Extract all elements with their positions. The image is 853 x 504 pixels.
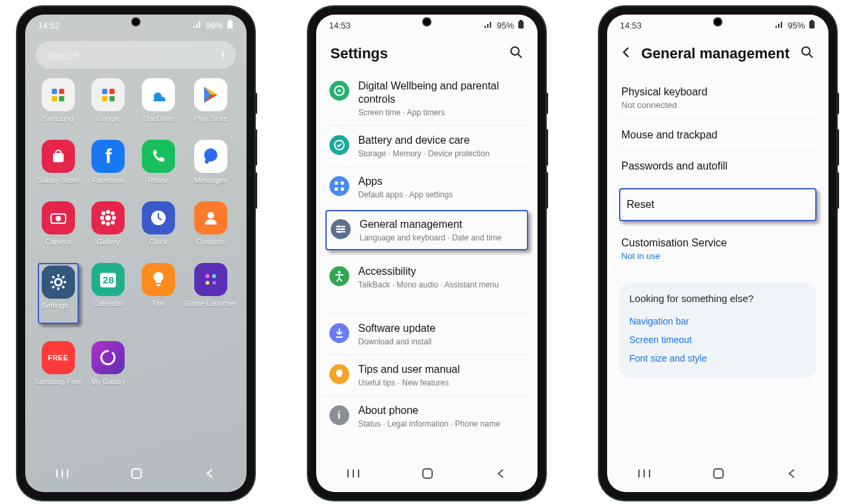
app-label: Phone — [148, 176, 169, 184]
search-input[interactable]: Search — [36, 41, 236, 69]
app-facebook[interactable]: f Facebook — [85, 140, 132, 184]
recents-button[interactable] — [347, 468, 360, 481]
settings-item-battery-and-device-care[interactable]: Battery and device care Storage · Memory… — [325, 125, 528, 166]
gm-item-reset[interactable]: Reset — [619, 188, 817, 221]
app-label: Messages — [194, 176, 227, 184]
battery-text: 96% — [205, 21, 223, 30]
svg-rect-41 — [809, 21, 815, 28]
settings-item-apps[interactable]: Apps Default apps · App settings — [325, 166, 528, 207]
app-galaxy-store[interactable]: Galaxy Store — [34, 140, 82, 184]
app-contacts[interactable]: Contacts — [185, 201, 237, 246]
app-icon-game-launcher — [194, 263, 227, 296]
recents-button[interactable] — [56, 468, 69, 481]
phone-home: 14:52 96% Search Samsung Google OneDrive — [17, 7, 255, 500]
app-label: Samsung Free — [34, 378, 82, 385]
list-item-subtitle: Download and install — [359, 337, 524, 346]
app-label: OneDrive — [143, 115, 174, 123]
settings-item-general-management[interactable]: General management Language and keyboard… — [325, 210, 528, 250]
volume-up — [255, 129, 257, 166]
settings-item-accessibility[interactable]: Accessibility TalkBack · Mono audio · As… — [325, 257, 528, 297]
svg-rect-33 — [341, 181, 344, 185]
settings-item-tips-and-user-manual[interactable]: Tips and user manual Useful tips · New f… — [325, 354, 528, 395]
svg-point-36 — [337, 225, 340, 228]
app-icon-messages — [194, 140, 227, 173]
back-button[interactable] — [496, 468, 506, 481]
gm-item-passwords-and-autofill[interactable]: Passwords and autofill — [619, 150, 817, 181]
app-icon-contacts — [194, 201, 227, 234]
search-icon[interactable] — [510, 46, 523, 62]
home-button[interactable] — [131, 468, 142, 482]
sliders-icon — [331, 219, 351, 239]
app-label: Gallery — [97, 238, 120, 246]
side-button — [837, 93, 839, 114]
home-screen: 14:52 96% Search Samsung Google OneDrive — [25, 15, 247, 492]
app-gallery[interactable]: Gallery — [85, 201, 132, 246]
home-button[interactable] — [712, 468, 724, 482]
settings-item-software-update[interactable]: Software update Download and install — [325, 313, 528, 354]
list-item-subtitle: Language and keyboard · Date and time — [360, 233, 523, 242]
svg-point-30 — [338, 89, 341, 92]
svg-rect-27 — [520, 20, 522, 21]
list-item-subtitle: TalkBack · Mono audio · Assistant menu — [359, 280, 524, 289]
list-item-title: About phone — [359, 404, 524, 417]
back-button[interactable] — [205, 468, 215, 481]
app-game-launcher[interactable]: Game Launcher — [185, 263, 237, 324]
a11y-icon — [329, 266, 349, 286]
app-label: My Galaxy — [91, 378, 125, 385]
app-samsung[interactable]: Samsung — [34, 78, 82, 123]
home-button[interactable] — [422, 468, 433, 482]
app-tips[interactable]: Tips — [135, 263, 182, 324]
app-label: Tips — [152, 299, 165, 307]
app-icon-phone — [142, 140, 175, 173]
app-icon-google — [91, 78, 125, 111]
svg-rect-44 — [714, 469, 723, 478]
phone-settings: 14:53 95% Settings Digital Wellbeing and… — [308, 7, 545, 500]
back-button[interactable] — [787, 468, 797, 481]
svg-point-28 — [511, 47, 519, 55]
list-item-subtitle: Status · Legal information · Phone name — [359, 419, 524, 428]
app-phone[interactable]: Phone — [135, 140, 182, 184]
gm-item-subtitle: Not connected — [622, 100, 814, 110]
svg-point-6 — [105, 215, 111, 221]
suggest-link-screen-timeout[interactable]: Screen timeout — [630, 330, 806, 349]
app-label: Contacts — [196, 238, 225, 246]
gm-item-customisation-service[interactable]: Customisation ServiceNot in use — [619, 228, 817, 270]
app-google[interactable]: Google — [85, 78, 132, 123]
search-icon[interactable] — [801, 46, 814, 62]
app-label: Play Store — [194, 115, 228, 123]
app-messages[interactable]: Messages — [185, 140, 237, 184]
more-icon[interactable] — [222, 52, 224, 59]
app-my-galaxy[interactable]: My Galaxy — [85, 341, 132, 385]
suggest-link-navigation-bar[interactable]: Navigation bar — [630, 312, 806, 330]
settings-item-about-phone[interactable]: i About phone Status · Legal information… — [325, 395, 528, 436]
svg-rect-20 — [156, 284, 160, 286]
apps-icon — [329, 176, 349, 196]
app-label: Camera — [45, 238, 71, 246]
settings-header: Settings — [316, 36, 538, 72]
app-camera[interactable]: Camera — [34, 201, 82, 246]
list-item-text: About phone Status · Legal information ·… — [359, 404, 524, 428]
app-samsung-free[interactable]: FREE Samsung Free — [34, 341, 82, 385]
list-item-text: Digital Wellbeing and parental controls … — [359, 79, 524, 117]
app-calendar[interactable]: 28 Calendar — [85, 263, 132, 324]
page-title: General management — [642, 45, 790, 62]
signal-icon — [193, 21, 202, 30]
settings-item-digital-wellbeing-and-parental-controls[interactable]: Digital Wellbeing and parental controls … — [325, 72, 528, 125]
list-item-title: Tips and user manual — [359, 363, 524, 376]
svg-point-43 — [802, 47, 810, 55]
app-clock[interactable]: Clock — [135, 201, 182, 246]
app-play-store[interactable]: Play Store — [185, 78, 237, 123]
gm-item-physical-keyboard[interactable]: Physical keyboardNot connected — [619, 77, 817, 119]
list-item-subtitle: Default apps · App settings — [359, 190, 524, 199]
app-onedrive[interactable]: OneDrive — [135, 78, 182, 123]
target-icon — [329, 81, 349, 101]
suggest-link-font-size-and-style[interactable]: Font size and style — [630, 349, 806, 368]
back-icon[interactable] — [622, 45, 635, 62]
gm-item-mouse-and-trackpad[interactable]: Mouse and trackpad — [619, 119, 817, 150]
recents-button[interactable] — [638, 468, 651, 481]
app-settings[interactable]: Settings — [34, 263, 82, 324]
dl-icon — [329, 323, 349, 343]
volume-down — [837, 172, 839, 209]
gm-list: Physical keyboardNot connectedMouse and … — [607, 72, 828, 492]
svg-rect-34 — [335, 187, 338, 191]
